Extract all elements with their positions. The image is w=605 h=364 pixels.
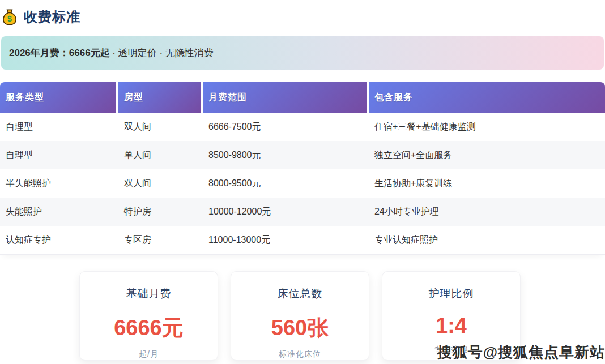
banner-highlight: 2026年月费：6666元起 bbox=[9, 46, 110, 59]
cell-room-type: 专区房 bbox=[118, 226, 203, 254]
stat-card-total-beds: 床位总数 560张 标准化床位 bbox=[231, 271, 369, 361]
page-header: $ 收费标准 bbox=[0, 0, 605, 27]
cell-room-type: 双人间 bbox=[118, 169, 203, 198]
stat-card-base-fee: 基础月费 6666元 起/月 bbox=[79, 271, 218, 361]
column-header-fee-range: 月费范围 bbox=[203, 82, 369, 113]
cell-service-type: 自理型 bbox=[0, 141, 118, 169]
cell-fee-range: 6666-7500元 bbox=[203, 113, 369, 141]
cell-fee-range: 11000-13000元 bbox=[203, 226, 369, 254]
stat-subtitle: 标准化床位 bbox=[231, 349, 369, 359]
fee-table-header-row: 服务类型 房型 月费范围 包含服务 bbox=[0, 82, 605, 113]
cell-service-type: 认知症专护 bbox=[0, 226, 118, 254]
cell-included-services: 住宿+三餐+基础健康监测 bbox=[369, 113, 605, 141]
cell-fee-range: 8000-9500元 bbox=[203, 169, 369, 198]
stat-value: 1:4 bbox=[382, 314, 520, 338]
stat-title: 床位总数 bbox=[231, 286, 369, 301]
cell-service-type: 半失能照护 bbox=[0, 169, 118, 198]
table-row: 自理型 双人间 6666-7500元 住宿+三餐+基础健康监测 bbox=[0, 113, 605, 141]
page-title: 收费标准 bbox=[24, 8, 80, 26]
fee-standard-page: $ 收费标准 2026年月费：6666元起 · 透明定价 · 无隐性消费 服务类… bbox=[0, 0, 605, 364]
cell-room-type: 双人间 bbox=[118, 113, 203, 141]
sohu-watermark: 搜狐号@搜狐焦点阜新站 bbox=[437, 342, 605, 362]
table-row: 自理型 单人间 8500-9800元 独立空间+全面服务 bbox=[0, 141, 605, 169]
pricing-banner: 2026年月费：6666元起 · 透明定价 · 无隐性消费 bbox=[1, 36, 604, 70]
table-row: 认知症专护 专区房 11000-13000元 专业认知症照护 bbox=[0, 226, 605, 254]
cell-included-services: 专业认知症照护 bbox=[369, 226, 605, 254]
stat-title: 基础月费 bbox=[80, 286, 218, 301]
table-row: 半失能照护 双人间 8000-9500元 生活协助+康复训练 bbox=[0, 169, 605, 198]
cell-included-services: 独立空间+全面服务 bbox=[369, 141, 605, 169]
cell-fee-range: 10000-12000元 bbox=[203, 198, 369, 226]
cell-service-type: 失能照护 bbox=[0, 198, 118, 226]
stat-value: 560张 bbox=[231, 314, 369, 342]
fee-table: 服务类型 房型 月费范围 包含服务 自理型 双人间 6666-7500元 住宿+… bbox=[0, 82, 605, 255]
cell-included-services: 24小时专业护理 bbox=[369, 198, 605, 226]
cell-included-services: 生活协助+康复训练 bbox=[369, 169, 605, 198]
svg-text:$: $ bbox=[7, 14, 12, 23]
cell-room-type: 特护房 bbox=[118, 198, 203, 226]
table-row: 失能照护 特护房 10000-12000元 24小时专业护理 bbox=[0, 198, 605, 226]
stat-subtitle: 起/月 bbox=[80, 349, 218, 359]
money-bag-icon: $ bbox=[1, 8, 18, 25]
stat-value: 6666元 bbox=[80, 314, 218, 342]
cell-fee-range: 8500-9800元 bbox=[203, 141, 369, 169]
cell-room-type: 单人间 bbox=[118, 141, 203, 169]
column-header-included-services: 包含服务 bbox=[369, 82, 605, 113]
banner-tagline: · 透明定价 · 无隐性消费 bbox=[110, 46, 214, 59]
fee-table-body: 自理型 双人间 6666-7500元 住宿+三餐+基础健康监测 自理型 单人间 … bbox=[0, 113, 605, 255]
column-header-room-type: 房型 bbox=[118, 82, 203, 113]
column-header-service-type: 服务类型 bbox=[0, 82, 118, 113]
stat-title: 护理比例 bbox=[382, 286, 520, 301]
cell-service-type: 自理型 bbox=[0, 113, 118, 141]
